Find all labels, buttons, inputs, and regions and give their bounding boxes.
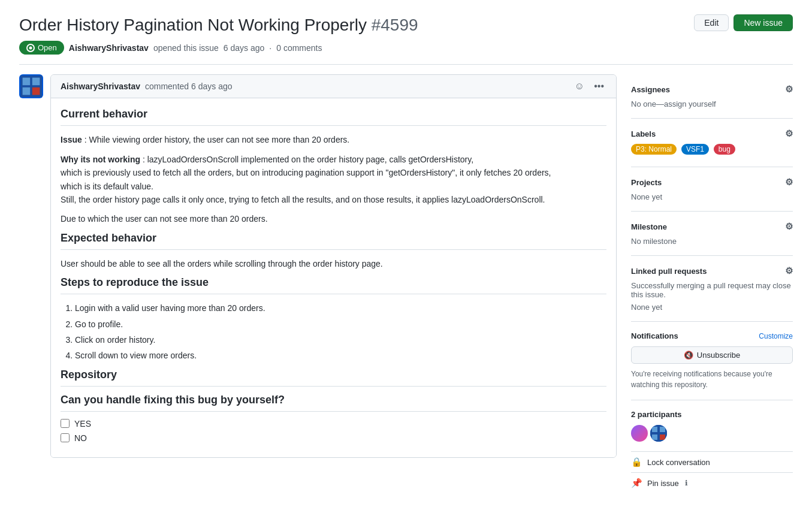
svg-rect-6 (652, 427, 657, 432)
can-you-heading: Can you handle fixing this bug by yourse… (61, 394, 606, 412)
why-text: : lazyLoadOrdersOnScroll implemented on … (140, 155, 473, 164)
checkbox-no[interactable] (61, 433, 70, 442)
why-continuation: which is previously used to fetch all th… (61, 168, 551, 177)
projects-title: Projects (631, 178, 662, 187)
participants-avatars (631, 425, 793, 442)
svg-rect-4 (32, 87, 40, 95)
participant-avatar-2 (650, 425, 667, 442)
sidebar-participants-section: 2 participants (631, 400, 793, 452)
expected-behavior-heading: Expected behavior (61, 232, 606, 250)
why-label: Why its not working (61, 155, 140, 164)
label-vsf1: VSF1 (681, 144, 709, 155)
label-p3-normal: P3: Normal (631, 144, 677, 155)
milestone-header: Milestone ⚙ (631, 221, 793, 232)
pin-icon: 📌 (631, 478, 642, 488)
unsubscribe-label: Unsubscribe (697, 351, 740, 360)
linked-pr-title: Linked pull requests (631, 267, 707, 276)
comment-header-actions: ☺ ••• (572, 80, 606, 93)
projects-gear-icon[interactable]: ⚙ (785, 177, 793, 188)
issue-description: Issue : While viewing order history, the… (61, 133, 606, 146)
list-item: Go to profile. (75, 318, 606, 331)
assignees-gear-icon[interactable]: ⚙ (785, 84, 793, 95)
list-item: Login with a valid user having more than… (75, 301, 606, 315)
svg-rect-8 (652, 434, 657, 440)
lock-label: Lock conversation (647, 458, 710, 467)
projects-value: None yet (631, 192, 793, 201)
content-area: AishwaryShrivastav commented 6 days ago … (19, 74, 617, 457)
notifications-header: Notifications Customize (631, 331, 793, 340)
author-avatar (19, 74, 43, 98)
why-description: Why its not working : lazyLoadOrdersOnSc… (61, 153, 606, 207)
issue-text: : While viewing order history, the user … (82, 135, 349, 144)
header-divider (19, 64, 793, 65)
checkbox-no-row: NO (61, 433, 606, 443)
linked-pr-gear-icon[interactable]: ⚙ (785, 265, 793, 276)
meta-separator: · (269, 43, 271, 53)
lock-conversation-action[interactable]: 🔒 Lock conversation (631, 452, 793, 473)
labels-header: Labels ⚙ (631, 128, 793, 139)
sidebar-projects-section: Projects ⚙ None yet (631, 167, 793, 212)
labels-container: P3: Normal VSF1 bug (631, 144, 793, 157)
current-behavior-heading: Current behavior (61, 108, 606, 126)
new-issue-button[interactable]: New issue (733, 14, 793, 31)
svg-rect-9 (660, 434, 665, 440)
steps-list: Login with a valid user having more than… (75, 301, 606, 363)
svg-rect-1 (23, 78, 31, 86)
assignees-title: Assignees (631, 85, 670, 94)
unsubscribe-button[interactable]: 🔇 Unsubscribe (631, 346, 793, 364)
pin-label: Pin issue (647, 479, 679, 488)
issue-number: #4599 (372, 16, 418, 34)
linked-pr-desc: Successfully merging a pull request may … (631, 281, 793, 299)
main-layout: AishwaryShrivastav commented 6 days ago … (19, 74, 793, 493)
more-options-button[interactable]: ••• (591, 80, 606, 93)
participant-avatar-1 (631, 425, 648, 442)
comment-author-name: AishwaryShrivastav (61, 82, 140, 91)
why-continuation2: which is its default value. (61, 182, 153, 191)
labels-gear-icon[interactable]: ⚙ (785, 128, 793, 139)
issue-status-badge: Open (19, 41, 64, 55)
sidebar: Assignees ⚙ No one—assign yourself Label… (631, 74, 793, 493)
comment-time: 6 days ago (191, 82, 233, 91)
linked-pr-header: Linked pull requests ⚙ (631, 265, 793, 276)
comment-action: commented (145, 82, 189, 91)
open-circle-icon (26, 44, 35, 52)
labels-title: Labels (631, 129, 656, 138)
why-continuation3: Still, the order history page calls it o… (61, 195, 545, 204)
customize-link[interactable]: Customize (759, 332, 793, 340)
list-item: Scroll down to view more orders. (75, 349, 606, 362)
header-buttons: Edit New issue (694, 14, 793, 31)
repository-heading: Repository (61, 369, 606, 387)
bell-mute-icon: 🔇 (684, 351, 693, 360)
milestone-value: No milestone (631, 237, 793, 246)
assignees-header: Assignees ⚙ (631, 84, 793, 95)
svg-rect-7 (660, 427, 665, 432)
projects-header: Projects ⚙ (631, 177, 793, 188)
checkbox-yes-label: YES (74, 419, 91, 429)
issue-author: AishwaryShrivastav (69, 43, 149, 53)
milestone-gear-icon[interactable]: ⚙ (785, 221, 793, 232)
issue-title: Order History Pagination Not Working Pro… (19, 14, 694, 36)
sidebar-labels-section: Labels ⚙ P3: Normal VSF1 bug (631, 119, 793, 167)
sidebar-milestone-section: Milestone ⚙ No milestone (631, 212, 793, 256)
comment-body: Current behavior Issue : While viewing o… (51, 98, 616, 457)
pin-issue-action[interactable]: 📌 Pin issue ℹ (631, 473, 793, 493)
emoji-button[interactable]: ☺ (572, 80, 587, 93)
comment-block: AishwaryShrivastav commented 6 days ago … (19, 74, 617, 457)
steps-heading: Steps to reproduce the issue (61, 276, 606, 294)
lock-icon: 🔒 (631, 457, 642, 467)
issue-label: Issue (61, 135, 82, 144)
list-item: Click on order history. (75, 333, 606, 346)
pin-info-icon: ℹ (685, 479, 688, 487)
checkbox-yes-row: YES (61, 419, 606, 429)
comment-author-info: AishwaryShrivastav commented 6 days ago (61, 82, 233, 91)
checkbox-yes[interactable] (61, 419, 70, 428)
milestone-title: Milestone (631, 222, 667, 231)
edit-button[interactable]: Edit (694, 14, 729, 31)
meta-time: 6 days ago (224, 43, 265, 53)
notifications-desc: You're receiving notifications because y… (631, 369, 793, 390)
linked-pr-value: None yet (631, 303, 793, 312)
label-bug: bug (714, 144, 735, 155)
comment-action-time: commented 6 days ago (145, 82, 233, 91)
status-label: Open (38, 43, 57, 52)
comment-header: AishwaryShrivastav commented 6 days ago … (51, 75, 616, 98)
